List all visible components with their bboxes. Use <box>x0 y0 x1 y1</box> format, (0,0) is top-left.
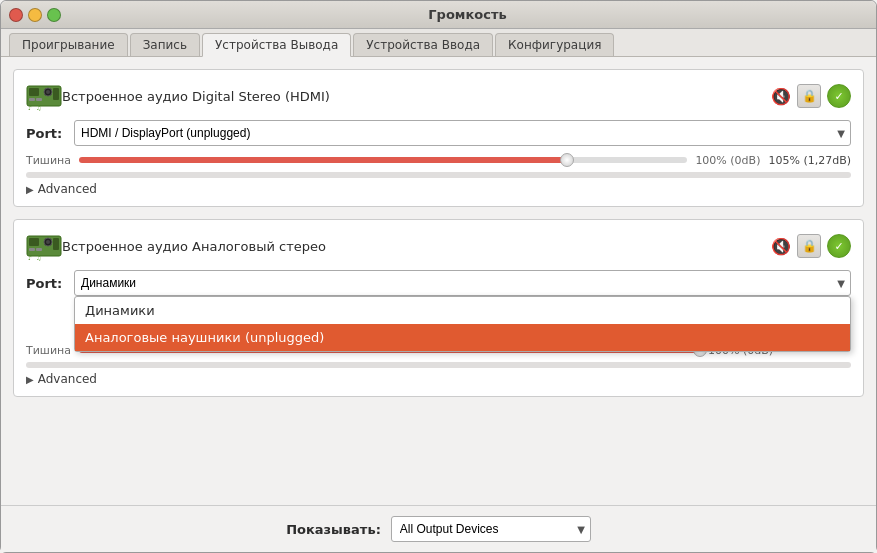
close-button[interactable] <box>9 8 23 22</box>
advanced-label-2: Advanced <box>38 372 97 386</box>
second-slider-row-2 <box>26 362 851 368</box>
device-card-1: ♪ ♫ Встроенное аудио Digital Stereo (HDM… <box>13 69 864 207</box>
audio-device-icon-1: ♪ ♫ <box>26 80 62 112</box>
tab-config[interactable]: Конфигурация <box>495 33 614 56</box>
svg-rect-4 <box>29 98 35 101</box>
volume-slider-1[interactable] <box>79 152 687 168</box>
show-select-wrapper: All Output Devices Hardware Output Devic… <box>391 516 591 542</box>
device-controls-2: 🔇 🔒 ✓ <box>771 234 851 258</box>
lock-button-1[interactable]: 🔒 <box>797 84 821 108</box>
advanced-label-1: Advanced <box>38 182 97 196</box>
device-controls-1: 🔇 🔒 ✓ <box>771 84 851 108</box>
check-button-2[interactable]: ✓ <box>827 234 851 258</box>
tab-output[interactable]: Устройства Вывода <box>202 33 351 57</box>
svg-rect-15 <box>53 238 59 250</box>
device-header-1: ♪ ♫ Встроенное аудио Digital Stereo (HDM… <box>26 80 851 112</box>
chevron-icon-2: ▶ <box>26 374 34 385</box>
svg-text:♫: ♫ <box>36 104 41 111</box>
port-select-2[interactable]: Динамики <box>74 270 851 296</box>
slider-track-1 <box>79 157 687 163</box>
advanced-row-1[interactable]: ▶ Advanced <box>26 182 851 196</box>
footer: Показывать: All Output Devices Hardware … <box>1 505 876 552</box>
device-name-2: Встроенное аудио Аналоговый стерео <box>62 239 771 254</box>
svg-rect-6 <box>53 88 59 100</box>
tab-record[interactable]: Запись <box>130 33 200 56</box>
advanced-row-2[interactable]: ▶ Advanced <box>26 372 851 386</box>
show-select[interactable]: All Output Devices Hardware Output Devic… <box>391 516 591 542</box>
svg-text:♪: ♪ <box>28 104 32 111</box>
main-content: ♪ ♫ Встроенное аудио Digital Stereo (HDM… <box>1 57 876 505</box>
lock-button-2[interactable]: 🔒 <box>797 234 821 258</box>
svg-point-3 <box>46 90 50 94</box>
window-title: Громкость <box>67 7 868 22</box>
svg-text:♫: ♫ <box>36 254 41 261</box>
device-name-1: Встроенное аудио Digital Stereo (HDMI) <box>62 89 771 104</box>
tab-input[interactable]: Устройства Ввода <box>353 33 493 56</box>
volume-max-1: 105% (1,27dB) <box>768 154 851 167</box>
tab-playback[interactable]: Проигрывание <box>9 33 128 56</box>
device-header-2: ♪ ♫ Встроенное аудио Аналоговый стерео 🔇… <box>26 230 851 262</box>
tab-bar: Проигрывание Запись Устройства Вывода Ус… <box>1 29 876 57</box>
port-label-1: Port: <box>26 126 66 141</box>
port-row-1: Port: HDMI / DisplayPort (unplugged) ▼ <box>26 120 851 146</box>
slider-thumb-1[interactable] <box>560 153 574 167</box>
port-dropdown-2: Динамики Аналоговые наушники (unplugged) <box>74 296 851 352</box>
svg-rect-13 <box>29 248 35 251</box>
volume-label-left-1: Тишина <box>26 154 71 167</box>
check-button-1[interactable]: ✓ <box>827 84 851 108</box>
port-row-2: Port: Динамики ▼ Динамики Аналоговые нау… <box>26 270 851 296</box>
svg-rect-1 <box>29 88 39 96</box>
maximize-button[interactable] <box>47 8 61 22</box>
device-card-2: ♪ ♫ Встроенное аудио Аналоговый стерео 🔇… <box>13 219 864 397</box>
volume-label-left-2: Тишина <box>26 344 71 357</box>
svg-rect-14 <box>36 248 42 251</box>
mute-icon-2[interactable]: 🔇 <box>771 237 791 256</box>
minimize-button[interactable] <box>28 8 42 22</box>
titlebar: Громкость <box>1 1 876 29</box>
svg-point-12 <box>46 240 50 244</box>
mute-icon-1[interactable]: 🔇 <box>771 87 791 106</box>
window-controls <box>9 8 61 22</box>
show-label: Показывать: <box>286 522 381 537</box>
main-window: Громкость Проигрывание Запись Устройства… <box>0 0 877 553</box>
chevron-icon-1: ▶ <box>26 184 34 195</box>
port-label-2: Port: <box>26 276 66 291</box>
volume-row-1: Тишина 100% (0dB) 105% (1,27dB) <box>26 152 851 168</box>
port-select-1[interactable]: HDMI / DisplayPort (unplugged) <box>74 120 851 146</box>
volume-center-1: 100% (0dB) <box>695 154 760 167</box>
svg-text:♪: ♪ <box>28 254 32 261</box>
dropdown-item-speakers[interactable]: Динамики <box>75 297 850 324</box>
second-slider-row-1 <box>26 172 851 178</box>
svg-rect-10 <box>29 238 39 246</box>
port-select-wrapper-1: HDMI / DisplayPort (unplugged) ▼ <box>74 120 851 146</box>
svg-rect-5 <box>36 98 42 101</box>
audio-device-icon-2: ♪ ♫ <box>26 230 62 262</box>
port-select-wrapper-2: Динамики ▼ Динамики Аналоговые наушники … <box>74 270 851 296</box>
dropdown-item-headphones[interactable]: Аналоговые наушники (unplugged) <box>75 324 850 351</box>
